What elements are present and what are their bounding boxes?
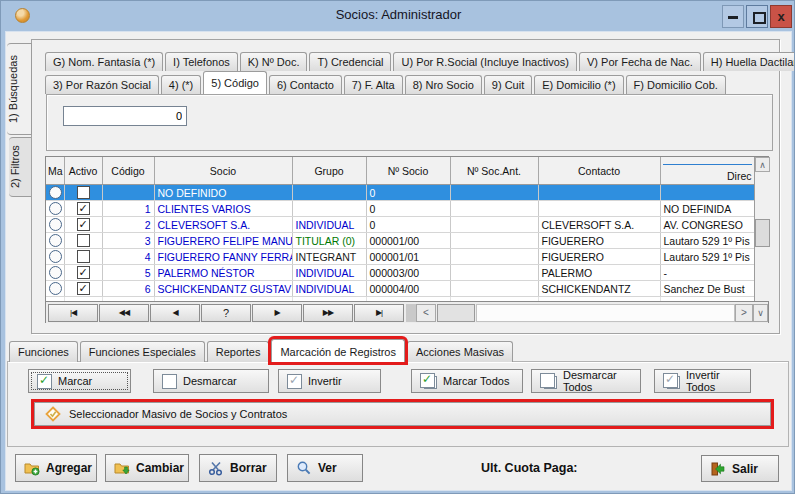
col-header-activo[interactable]: Activo	[64, 157, 102, 185]
tab-por-rsocial[interactable]: U) Por R.Social (Incluye Inactivos)	[393, 52, 577, 71]
table-row[interactable]: ✓ 5 PALERMO NÉSTOR INDIVIDUAL 000003/00 …	[46, 265, 754, 281]
search-tab-strip-top: G) Nom. Fantasía (*) I) Telefonos K) Nº …	[45, 49, 795, 71]
seleccionador-masivo-button[interactable]: Seleccionador Masivo de Socios y Contrat…	[34, 402, 771, 426]
nav-search-button[interactable]: ?	[201, 304, 251, 322]
folder-plus-icon	[24, 460, 40, 476]
side-tab-filtros[interactable]: 2) Filtros	[9, 137, 32, 197]
horizontal-scroll-track[interactable]	[476, 304, 735, 322]
row-radio[interactable]	[49, 234, 62, 247]
maximize-button[interactable]	[746, 5, 768, 28]
vertical-scroll-thumb[interactable]	[755, 219, 770, 247]
col-header-nro-socio[interactable]: Nº Socio	[366, 157, 450, 185]
tab-credencial[interactable]: T) Credencial	[309, 52, 391, 71]
cell-socio: FIGUERERO FANNY FERRA	[154, 249, 292, 265]
table-row[interactable]: 3 FIGUERERO FELIPE MANUE TITULAR (0) 000…	[46, 233, 754, 249]
ver-button[interactable]: Ver	[287, 454, 363, 482]
horizontal-scroll-thumb[interactable]	[437, 304, 475, 322]
row-active-checkbox[interactable]	[77, 250, 90, 263]
col-header-codigo[interactable]: Código	[102, 157, 154, 185]
nav-last-button[interactable]: ▶|	[354, 304, 404, 322]
salir-button[interactable]: Salir	[701, 455, 779, 482]
tab-asterisco[interactable]: 4) (*)	[161, 75, 201, 94]
invertir-todos-button[interactable]: Invertir Todos	[654, 369, 751, 393]
tab-nom-fantasia[interactable]: G) Nom. Fantasía (*)	[45, 52, 163, 71]
cell-nro-socio: 000001/00	[366, 233, 450, 249]
tab-acciones-masivas[interactable]: Acciones Masivas	[407, 341, 513, 362]
nav-next-page-button[interactable]: ▶▶	[303, 304, 353, 322]
minimize-icon	[728, 16, 738, 19]
scroll-up-icon[interactable]: ∧	[755, 157, 770, 172]
row-radio[interactable]	[49, 282, 62, 295]
tab-contacto[interactable]: 6) Contacto	[269, 75, 342, 94]
nav-prior-button[interactable]: ◀	[150, 304, 200, 322]
agregar-button[interactable]: Agregar	[15, 454, 97, 482]
desmarcar-todos-button[interactable]: Desmarcar Todos	[531, 369, 641, 393]
side-tab-busquedas[interactable]: 1) Búsquedas	[7, 43, 32, 135]
cambiar-button[interactable]: Cambiar	[105, 454, 189, 482]
scroll-left-icon[interactable]: <	[416, 304, 436, 322]
close-button[interactable]: x	[770, 5, 792, 28]
nav-first-button[interactable]: |◀	[48, 304, 98, 322]
tab-domicilio[interactable]: E) Domicilio (*)	[534, 75, 623, 94]
col-header-nro-soc-ant[interactable]: Nº Soc.Ant.	[450, 157, 538, 185]
tab-funciones-especiales[interactable]: Funciones Especiales	[80, 341, 205, 362]
tab-codigo[interactable]: 5) Código	[203, 71, 267, 94]
cell-codigo: 3	[102, 233, 154, 249]
checkbox-checked-icon	[37, 374, 52, 389]
row-radio[interactable]	[49, 202, 62, 215]
invertir-button[interactable]: Invertir	[278, 369, 381, 393]
col-header-grupo[interactable]: Grupo	[292, 157, 366, 185]
grid-header-row: Ma Activo Código Socio Grupo Nº Socio Nº…	[46, 157, 754, 185]
desmarcar-button[interactable]: Desmarcar	[153, 369, 269, 393]
nav-prior-page-button[interactable]: ◀◀	[99, 304, 149, 322]
tab-telefonos[interactable]: I) Telefonos	[165, 52, 238, 71]
tab-nro-doc[interactable]: K) Nº Doc.	[240, 52, 308, 71]
marcar-todos-button[interactable]: Marcar Todos	[411, 369, 523, 393]
minimize-button[interactable]	[722, 5, 744, 28]
tab-reportes[interactable]: Reportes	[207, 341, 270, 362]
row-active-checkbox[interactable]: ✓	[77, 266, 90, 279]
cell-contacto: SCHICKENDANTZ	[538, 281, 660, 297]
row-active-checkbox[interactable]: ✓	[77, 202, 90, 215]
table-row[interactable]: ✓ 6 SCHICKENDANTZ GUSTAV INDIVIDUAL 0000…	[46, 281, 754, 297]
row-radio[interactable]	[49, 250, 62, 263]
tab-cuit[interactable]: 9) Cuit	[484, 75, 532, 94]
checkboxes-empty-stack-icon	[540, 373, 557, 389]
titlebar[interactable]: Socios: Administrador x	[1, 1, 795, 31]
cambiar-label: Cambiar	[136, 461, 184, 475]
table-row[interactable]: 4 FIGUERERO FANNY FERRA INTEGRANT 000001…	[46, 249, 754, 265]
row-radio[interactable]	[49, 218, 62, 231]
codigo-input[interactable]	[63, 106, 187, 126]
tab-por-razon-social[interactable]: 3) Por Razón Social	[45, 75, 159, 94]
row-active-checkbox[interactable]: ✓	[77, 282, 90, 295]
row-active-checkbox[interactable]: ✓	[77, 218, 90, 231]
tab-por-fecha-nac[interactable]: V) Por Fecha de Nac.	[579, 52, 701, 71]
col-header-direccion[interactable]: Direc	[660, 157, 754, 185]
marcar-button[interactable]: Marcar	[28, 369, 131, 393]
scroll-down-icon[interactable]: ∨	[753, 304, 768, 322]
scroll-right-icon[interactable]: >	[735, 304, 753, 322]
marcar-todos-label: Marcar Todos	[443, 375, 509, 387]
tab-funciones[interactable]: Funciones	[9, 341, 78, 362]
row-active-checkbox[interactable]	[77, 234, 90, 247]
row-radio[interactable]	[49, 186, 62, 199]
cell-grupo: INDIVIDUAL	[292, 281, 366, 297]
col-header-socio[interactable]: Socio	[154, 157, 292, 185]
col-header-marcar[interactable]: Ma	[46, 157, 64, 185]
borrar-button[interactable]: Borrar	[199, 454, 277, 482]
cell-direccion: Lautaro 529 1º Pis	[660, 249, 754, 265]
col-header-contacto[interactable]: Contacto	[538, 157, 660, 185]
tab-huella-dactilar[interactable]: H) Huella Dactilar	[703, 52, 795, 71]
grid-vertical-scrollbar[interactable]: ∧	[754, 157, 770, 301]
tab-marcacion-de-registros[interactable]: Marcación de Registros	[271, 339, 405, 362]
tab-f-alta[interactable]: 7) F. Alta	[344, 75, 403, 94]
row-active-checkbox[interactable]	[77, 186, 90, 199]
row-radio[interactable]	[49, 266, 62, 279]
table-row[interactable]: ✓ 1 CLIENTES VARIOS 0 NO DEFINIDA	[46, 201, 754, 217]
nav-next-button[interactable]: ▶	[252, 304, 302, 322]
table-row[interactable]: NO DEFINIDO 0	[46, 185, 754, 201]
table-row[interactable]: ✓ 2 CLEVERSOFT S.A. INDIVIDUAL 0 CLEVERS…	[46, 217, 754, 233]
tab-domicilio-cob[interactable]: F) Domicilio Cob.	[626, 75, 726, 94]
tab-nro-socio[interactable]: 8) Nro Socio	[405, 75, 482, 94]
cell-nro-socio: 000001/01	[366, 249, 450, 265]
